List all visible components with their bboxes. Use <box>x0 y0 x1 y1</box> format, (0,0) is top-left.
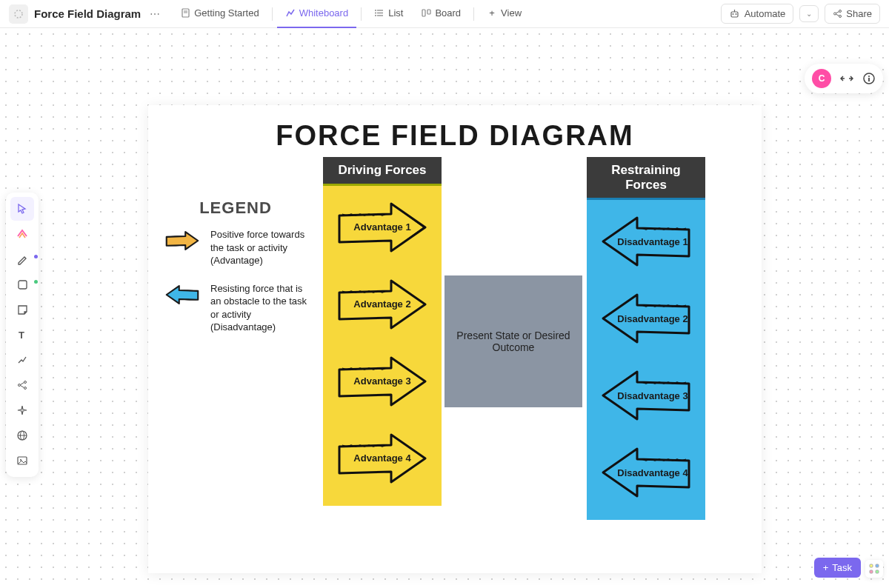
svg-point-34 <box>868 76 870 77</box>
svg-rect-39 <box>876 570 879 573</box>
restraining-body: Disadvantage 1 Disadvantage 2 Disadvanta… <box>587 198 705 520</box>
tab-label: View <box>501 7 522 19</box>
automate-chevron[interactable]: ⌄ <box>799 5 819 22</box>
share-label: Share <box>846 8 872 19</box>
collaborators-pill: C <box>805 64 883 93</box>
svg-point-14 <box>735 13 736 15</box>
text-tool[interactable]: T <box>10 323 34 347</box>
svg-point-9 <box>375 15 376 16</box>
driving-forces-column: Driving Forces Advantage 1 Advantage 2 A… <box>323 157 442 506</box>
right-arrow-icon <box>162 228 203 253</box>
tab-label: List <box>388 7 403 19</box>
document-icon <box>9 4 28 24</box>
task-label: Task <box>832 562 852 573</box>
tab-divider <box>361 7 362 21</box>
legend-positive: Positive force towards the task or activ… <box>162 228 310 267</box>
mindmap-tool[interactable] <box>10 373 34 397</box>
canvas[interactable]: T C FORCE FIELD DIAGRAM LEGEND Positive … <box>0 28 889 588</box>
plus-icon: + <box>487 8 497 19</box>
svg-rect-37 <box>876 564 879 567</box>
tab-label: Getting Started <box>194 7 259 19</box>
disadvantage-4[interactable]: Disadvantage 4 <box>597 438 695 507</box>
svg-line-27 <box>21 386 24 388</box>
image-tool[interactable] <box>10 449 34 472</box>
svg-line-26 <box>21 383 24 385</box>
svg-rect-38 <box>870 570 873 573</box>
more-options-icon[interactable]: ⋯ <box>147 8 163 20</box>
web-tool[interactable] <box>10 424 34 447</box>
ai-tool[interactable] <box>10 222 34 246</box>
list-icon <box>374 8 384 19</box>
whiteboard-document[interactable]: FORCE FIELD DIAGRAM LEGEND Positive forc… <box>148 105 762 573</box>
automate-label: Automate <box>745 8 786 19</box>
svg-point-7 <box>375 10 376 11</box>
sticky-tool[interactable] <box>10 298 34 321</box>
tab-list[interactable]: List <box>366 0 411 28</box>
legend-title: LEGEND <box>162 198 310 218</box>
sparkle-tool[interactable] <box>10 398 34 422</box>
disadvantage-3[interactable]: Disadvantage 3 <box>597 361 695 430</box>
svg-line-19 <box>836 12 839 13</box>
automate-button[interactable]: Automate <box>721 4 794 24</box>
advantage-2[interactable]: Advantage 2 <box>333 270 431 338</box>
svg-point-25 <box>24 387 27 390</box>
drawing-toolbar: T <box>6 193 39 477</box>
diagram-title: FORCE FIELD DIAGRAM <box>148 105 762 159</box>
svg-point-13 <box>732 13 733 15</box>
app-header: Force Field Diagram ⋯ Getting Started Wh… <box>0 0 889 28</box>
plus-icon: + <box>823 562 829 573</box>
view-tabs: Getting Started Whiteboard List Board + … <box>172 0 530 28</box>
svg-rect-36 <box>870 564 873 567</box>
svg-rect-21 <box>19 281 27 289</box>
tab-label: Board <box>435 7 461 19</box>
svg-rect-10 <box>422 10 425 16</box>
connector-tool[interactable] <box>10 348 34 372</box>
page-title: Force Field Diagram <box>34 7 141 20</box>
restraining-header: Restraining Forces <box>587 157 705 198</box>
center-outcome-box[interactable]: Present State or Desired Outcome <box>444 275 582 407</box>
svg-text:T: T <box>19 330 24 341</box>
left-arrow-icon <box>162 282 203 307</box>
disadvantage-2[interactable]: Disadvantage 2 <box>597 284 695 353</box>
disadvantage-1[interactable]: Disadvantage 1 <box>597 207 695 275</box>
board-icon <box>421 8 431 19</box>
advantage-4[interactable]: Advantage 4 <box>333 424 431 492</box>
tab-whiteboard[interactable]: Whiteboard <box>277 0 356 28</box>
whiteboard-icon <box>285 8 296 19</box>
svg-point-24 <box>24 381 27 384</box>
info-icon[interactable] <box>862 72 876 85</box>
share-icon <box>833 9 842 19</box>
robot-icon <box>729 8 740 19</box>
svg-line-20 <box>836 14 839 16</box>
legend-positive-text: Positive force towards the task or activ… <box>210 228 310 267</box>
header-right: Automate ⌄ Share <box>721 4 880 24</box>
tab-getting-started[interactable]: Getting Started <box>172 0 267 28</box>
svg-point-0 <box>15 10 22 18</box>
advantage-3[interactable]: Advantage 3 <box>333 347 431 415</box>
apps-button[interactable] <box>865 560 883 578</box>
svg-rect-12 <box>731 12 738 17</box>
svg-point-23 <box>19 384 21 387</box>
advantage-1[interactable]: Advantage 1 <box>333 193 431 261</box>
pen-tool[interactable] <box>10 247 34 271</box>
share-button[interactable]: Share <box>825 4 880 24</box>
user-avatar[interactable]: C <box>812 69 831 88</box>
driving-header: Driving Forces <box>323 157 442 184</box>
tab-board[interactable]: Board <box>413 0 469 28</box>
legend-resisting-text: Resisting force that is an obstacle to t… <box>210 282 310 334</box>
tab-add-view[interactable]: + View <box>479 0 530 28</box>
legend: LEGEND Positive force towards the task o… <box>162 198 310 349</box>
fit-icon[interactable] <box>840 73 853 84</box>
new-task-button[interactable]: + Task <box>814 558 861 578</box>
tab-divider <box>473 7 474 21</box>
shape-tool[interactable] <box>10 273 34 296</box>
select-tool[interactable] <box>10 197 34 221</box>
tab-label: Whiteboard <box>299 7 348 19</box>
tab-divider <box>272 7 273 21</box>
driving-body: Advantage 1 Advantage 2 Advantage 3 Adva… <box>323 184 442 506</box>
doc-icon <box>180 8 190 19</box>
legend-resisting: Resisting force that is an obstacle to t… <box>162 282 310 334</box>
svg-rect-11 <box>427 10 430 14</box>
restraining-forces-column: Restraining Forces Disadvantage 1 Disadv… <box>587 157 705 520</box>
svg-point-8 <box>375 13 376 14</box>
